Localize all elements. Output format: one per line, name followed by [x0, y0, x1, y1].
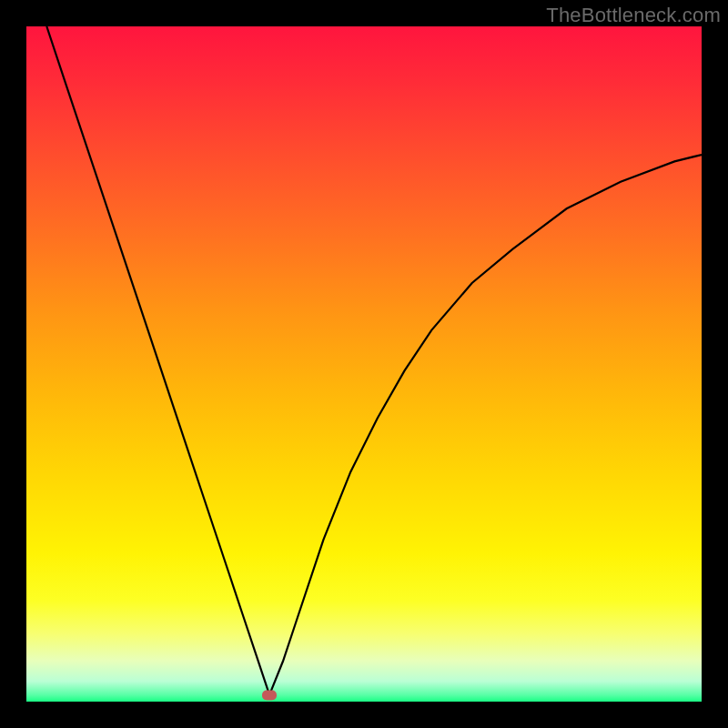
optimal-point-marker: [262, 690, 277, 700]
chart-frame: TheBottleneck.com: [0, 0, 728, 728]
bottleneck-curve: [26, 26, 702, 702]
watermark-text: TheBottleneck.com: [546, 4, 721, 27]
plot-area: [26, 26, 702, 702]
curve-path: [46, 26, 702, 695]
